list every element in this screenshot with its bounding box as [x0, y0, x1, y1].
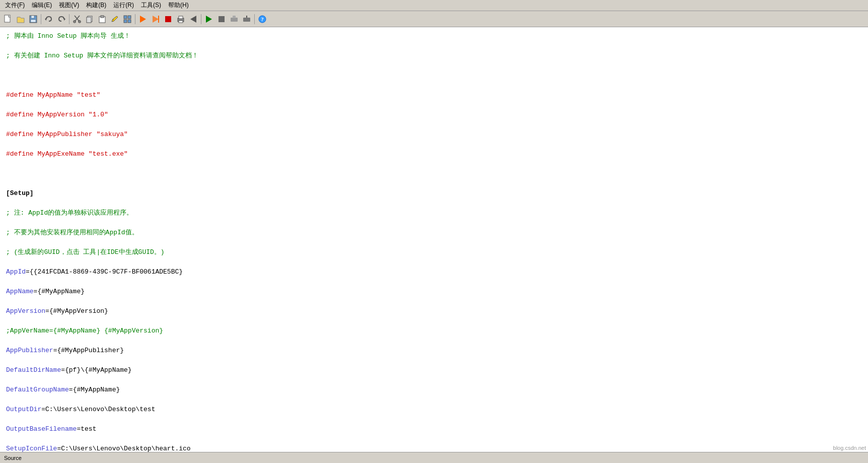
svg-marker-26 [190, 16, 196, 23]
menu-view[interactable]: 视图(V) [56, 0, 82, 11]
watermark: blog.csdn.net [831, 444, 868, 452]
svg-marker-19 [140, 16, 146, 23]
svg-rect-25 [179, 21, 183, 23]
copy-button[interactable] [84, 13, 96, 25]
svg-rect-29 [231, 18, 238, 22]
debug2-button[interactable] [241, 13, 253, 25]
stop-run-button[interactable] [215, 13, 228, 25]
debug1-button[interactable] [228, 13, 240, 25]
undo-button[interactable] [43, 13, 55, 25]
sep2 [69, 14, 69, 24]
svg-marker-4 [45, 18, 46, 21]
compile2-button[interactable] [150, 13, 162, 25]
svg-rect-31 [243, 18, 250, 22]
menu-edit[interactable]: 编辑(E) [29, 0, 55, 11]
svg-rect-2 [31, 16, 34, 18]
svg-text:?: ? [261, 16, 264, 22]
svg-rect-24 [179, 16, 183, 19]
source-label: Source [4, 455, 22, 461]
pencil-button[interactable] [109, 13, 121, 25]
menu-tools[interactable]: 工具(S) [138, 0, 164, 11]
svg-rect-28 [219, 16, 225, 22]
menu-bar: 文件(F) 编辑(E) 视图(V) 构建(B) 运行(R) 工具(S) 帮助(H… [0, 0, 868, 11]
compile-button[interactable] [137, 13, 149, 25]
sep3 [135, 14, 135, 24]
svg-rect-18 [128, 20, 131, 23]
editor-area[interactable]: ; 脚本由 Inno Setup 脚本向导 生成！ ; 有关创建 Inno Se… [0, 27, 868, 452]
sep1 [41, 14, 41, 24]
redo-button[interactable] [55, 13, 67, 25]
svg-rect-11 [87, 17, 91, 23]
svg-rect-13 [101, 16, 104, 18]
svg-marker-20 [153, 16, 159, 23]
prev-button[interactable] [187, 13, 199, 25]
sep4 [201, 14, 201, 24]
cut-button[interactable] [71, 13, 83, 25]
svg-marker-27 [206, 16, 212, 23]
svg-rect-17 [124, 20, 127, 23]
menu-help[interactable]: 帮助(H) [165, 0, 192, 11]
svg-rect-22 [165, 16, 171, 22]
open-button[interactable] [15, 13, 27, 25]
run-button[interactable] [203, 13, 215, 25]
print-button[interactable] [175, 13, 187, 25]
menu-build[interactable]: 构建(B) [83, 0, 109, 11]
view-button[interactable] [121, 13, 133, 25]
help-button[interactable]: ? [256, 13, 268, 25]
new-button[interactable] [2, 13, 14, 25]
menu-file[interactable]: 文件(F) [2, 0, 28, 11]
menu-run[interactable]: 运行(R) [110, 0, 137, 11]
svg-rect-3 [31, 20, 36, 22]
stop-compile-button[interactable] [162, 13, 174, 25]
save-button[interactable] [27, 13, 39, 25]
svg-rect-30 [233, 16, 236, 18]
sep5 [254, 14, 255, 24]
toolbar: ? [0, 11, 868, 27]
svg-rect-15 [124, 16, 127, 19]
svg-marker-5 [64, 18, 65, 21]
paste-button[interactable] [96, 13, 108, 25]
status-bar: Source [0, 452, 868, 463]
svg-rect-16 [128, 16, 131, 19]
